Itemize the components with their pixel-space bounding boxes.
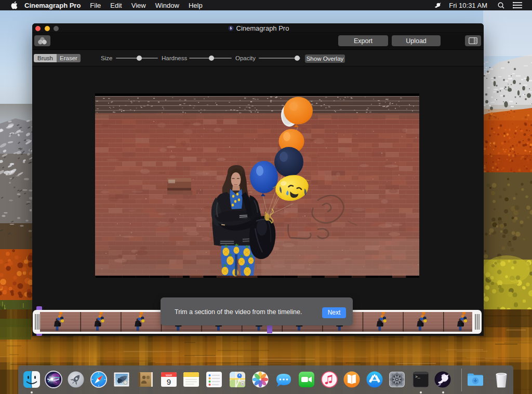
svg-text:3D: 3D bbox=[241, 383, 244, 385]
svg-text:9: 9 bbox=[167, 377, 171, 386]
svg-text:MAR: MAR bbox=[166, 374, 172, 377]
svg-text:>_: >_ bbox=[415, 374, 420, 379]
